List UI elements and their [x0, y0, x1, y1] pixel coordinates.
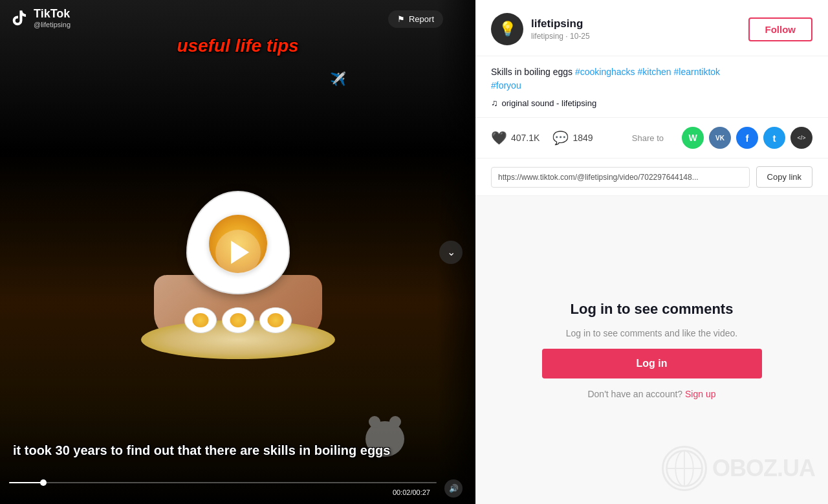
play-button[interactable] — [215, 230, 261, 275]
progress-dot — [40, 479, 47, 486]
description-text: Skills in boiling eggs #cookinghacks #ki… — [491, 65, 812, 93]
user-info: lifetipsing lifetipsing · 10-25 — [531, 17, 741, 41]
oboz-text: OBOZ.UA — [712, 455, 815, 482]
music-note-icon: ♫ — [491, 98, 498, 108]
volume-button[interactable]: 🔊 — [444, 479, 463, 498]
facebook-icon: f — [746, 133, 749, 144]
report-button[interactable]: ⚑ Report — [388, 10, 443, 28]
progress-fill — [9, 482, 43, 483]
oboz-watermark: OBOZ.UA — [662, 446, 815, 491]
link-section: Copy link — [475, 159, 828, 196]
flag-icon: ⚑ — [397, 14, 405, 24]
tiktok-brand-name: TikTok — [34, 8, 71, 21]
volume-icon: 🔊 — [449, 484, 459, 493]
egg-slice-3 — [259, 307, 292, 333]
twitter-icon: t — [773, 133, 776, 144]
hashtag-cookinghacks: #cookinghacks — [575, 67, 635, 77]
vk-icon: VK — [715, 135, 724, 142]
hashtag-kitchen: #kitchen — [637, 67, 671, 77]
stats-share-section: 🖤 407.1K 💬 1849 Share to W VK f t </> — [475, 118, 828, 159]
time-display: 00:02/00:27 — [393, 488, 430, 496]
signup-line: Don't have an account? Sign up — [587, 389, 715, 399]
code-icon: </> — [797, 135, 805, 141]
comments-count: 1849 — [572, 133, 593, 143]
description-section: Skills in boiling eggs #cookinghacks #ki… — [475, 56, 828, 118]
oboz-globe-icon — [662, 446, 707, 491]
report-label: Report — [409, 14, 434, 24]
share-whatsapp-button[interactable]: W — [682, 127, 704, 149]
hashtag-foryou: #foryou — [491, 80, 521, 91]
sound-label: original sound - lifetipsing — [502, 98, 597, 108]
likes-count: 407.1K — [511, 133, 539, 143]
tiktok-logo-icon — [9, 8, 30, 28]
video-background: TikTok @lifetipsing ⚑ Report useful life… — [0, 0, 475, 504]
follow-button[interactable]: Follow — [748, 17, 813, 41]
whatsapp-icon: W — [688, 133, 697, 143]
share-embed-button[interactable]: </> — [790, 127, 812, 149]
video-title-overlay: useful life tips — [0, 36, 475, 56]
egg-slice-yolk-2 — [230, 313, 246, 327]
username: lifetipsing — [531, 17, 741, 30]
chevron-down-icon: ⌄ — [447, 246, 455, 258]
tiktok-user-handle: @lifetipsing — [34, 21, 71, 28]
video-panel: TikTok @lifetipsing ⚑ Report useful life… — [0, 0, 475, 504]
signup-text: Don't have an account? — [587, 389, 682, 399]
tiktok-header: TikTok @lifetipsing — [9, 8, 71, 28]
egg-slice-2 — [222, 307, 254, 333]
comments-subtitle: Log in to see comments and like the vide… — [566, 328, 737, 338]
share-vk-button[interactable]: VK — [709, 127, 731, 149]
share-facebook-button[interactable]: f — [736, 127, 758, 149]
signup-link[interactable]: Sign up — [685, 389, 715, 399]
share-label: Share to — [632, 133, 664, 143]
play-triangle-icon — [231, 241, 249, 264]
egg-slice-yolk-3 — [267, 313, 283, 327]
share-icons: W VK f t </> — [682, 127, 812, 149]
comments-section: Log in to see comments Log in to see com… — [475, 196, 828, 504]
bear-ear-right — [389, 416, 401, 428]
video-bottom-text: it took 30 years to find out that there … — [13, 442, 463, 459]
avatar: 💡 — [491, 13, 523, 45]
progress-track[interactable] — [9, 482, 437, 483]
egg-slices — [184, 307, 292, 333]
avatar-icon: 💡 — [499, 21, 516, 38]
sound-line: ♫ original sound - lifetipsing — [491, 98, 812, 108]
tiktok-name-area: TikTok @lifetipsing — [34, 8, 71, 28]
comments-stat: 💬 1849 — [552, 130, 593, 146]
egg-slice-yolk-1 — [192, 313, 208, 327]
login-button[interactable]: Log in — [542, 349, 762, 378]
airplane-icon: ✈️ — [330, 71, 346, 87]
user-sub: lifetipsing · 10-25 — [531, 32, 741, 41]
comment-icon: 💬 — [552, 130, 569, 146]
heart-icon: 🖤 — [491, 130, 507, 146]
info-panel: 💡 lifetipsing lifetipsing · 10-25 Follow… — [475, 0, 828, 504]
link-input[interactable] — [491, 167, 750, 188]
share-twitter-button[interactable]: t — [763, 127, 785, 149]
user-section: 💡 lifetipsing lifetipsing · 10-25 Follow — [475, 0, 828, 56]
comments-title: Log in to see comments — [571, 301, 734, 318]
bear-ear-left — [369, 416, 380, 428]
bottom-caption: it took 30 years to find out that there … — [13, 442, 463, 459]
likes-stat: 🖤 407.1K — [491, 130, 539, 146]
copy-link-button[interactable]: Copy link — [756, 166, 812, 188]
progress-bar-area[interactable] — [9, 482, 437, 483]
chevron-down-button[interactable]: ⌄ — [439, 241, 463, 264]
description-plain: Skills in boiling eggs — [491, 67, 575, 77]
hashtag-learntiktok: #learntiktok — [674, 67, 721, 77]
egg-slice-1 — [184, 307, 217, 333]
